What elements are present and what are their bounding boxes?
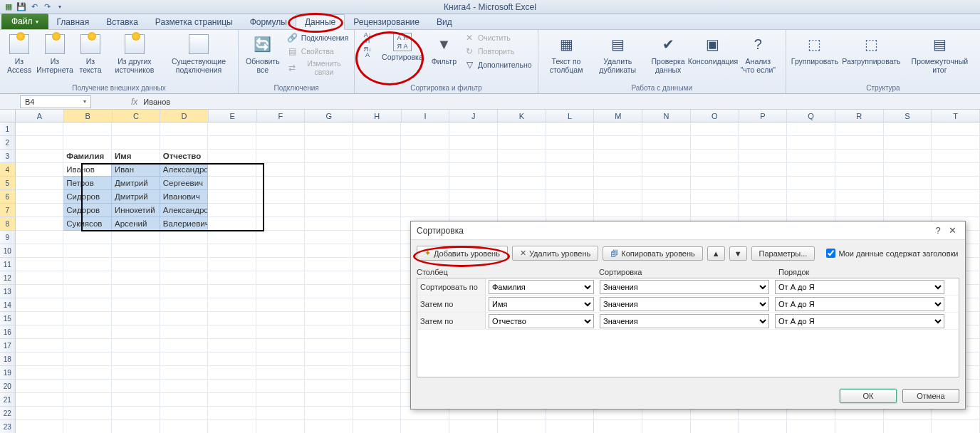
cell[interactable] (787, 163, 835, 177)
column-header-R[interactable]: R (835, 110, 884, 122)
column-header-O[interactable]: O (691, 110, 739, 122)
row-number[interactable]: 20 (0, 380, 16, 393)
cell[interactable] (305, 339, 353, 353)
cell[interactable] (256, 325, 305, 339)
cell[interactable] (160, 298, 209, 312)
cell[interactable]: Дмитрий (112, 177, 160, 190)
cell[interactable] (63, 285, 112, 298)
cell[interactable] (112, 366, 160, 380)
cell[interactable] (305, 217, 353, 231)
copy-level-button[interactable]: 🗐Копировать уровень (603, 246, 703, 261)
cell[interactable] (305, 380, 353, 393)
group-button[interactable]: ⬚Группировать (791, 31, 839, 67)
reapply-button[interactable]: ↻Повторить (462, 45, 533, 58)
sort-order-select[interactable]: От А до Я (775, 314, 944, 328)
cell[interactable] (835, 177, 884, 190)
cell[interactable] (449, 150, 498, 163)
cell[interactable] (739, 177, 787, 190)
cell[interactable] (305, 353, 353, 366)
cell[interactable] (594, 150, 642, 163)
cell[interactable] (498, 122, 546, 136)
sort-za-button[interactable]: Я↓А (359, 46, 376, 58)
cell[interactable] (16, 407, 64, 420)
cell[interactable] (353, 122, 402, 136)
cell[interactable] (208, 339, 256, 353)
cell[interactable] (401, 177, 449, 190)
cell[interactable] (256, 217, 305, 231)
text-to-columns-button[interactable]: ▦Текст по столбцам (543, 31, 590, 75)
cell[interactable] (112, 258, 160, 271)
row-number[interactable]: 16 (0, 325, 16, 339)
cell[interactable] (305, 190, 353, 204)
cell[interactable] (208, 380, 256, 393)
column-header-B[interactable]: B (64, 110, 113, 122)
cell[interactable] (160, 312, 209, 325)
row-number[interactable]: 13 (0, 285, 16, 298)
cell[interactable] (160, 339, 209, 353)
row-number[interactable]: 11 (0, 258, 16, 271)
cell[interactable] (16, 353, 64, 366)
sort-order-select[interactable]: От А до Я (775, 297, 944, 311)
undo-icon[interactable]: ↶ (28, 1, 40, 13)
cell[interactable] (401, 163, 449, 177)
refresh-all-button[interactable]: 🔄Обновить все (243, 31, 283, 75)
cell[interactable] (787, 177, 835, 190)
row-number[interactable]: 15 (0, 312, 16, 325)
cell[interactable] (16, 177, 64, 190)
cell[interactable] (835, 122, 884, 136)
cell[interactable] (112, 244, 160, 258)
tab-home[interactable]: Главная (48, 15, 98, 29)
cell[interactable] (112, 136, 160, 150)
cell[interactable] (256, 204, 305, 217)
cell[interactable] (160, 325, 209, 339)
cell[interactable] (112, 271, 160, 285)
cell[interactable] (256, 190, 305, 204)
delete-level-button[interactable]: ✕Удалить уровень (512, 246, 598, 261)
tab-review[interactable]: Рецензирование (345, 15, 428, 29)
from-text-button[interactable]: Из текста (75, 31, 105, 75)
cell[interactable] (160, 353, 209, 366)
row-number[interactable]: 5 (0, 177, 16, 190)
cell[interactable] (256, 177, 305, 190)
cell[interactable]: Валериевич (160, 217, 209, 231)
column-header-E[interactable]: E (209, 110, 257, 122)
has-headers-input[interactable] (826, 249, 835, 258)
row-number[interactable]: 21 (0, 393, 16, 407)
cell[interactable] (305, 420, 353, 433)
cell[interactable] (498, 136, 546, 150)
cell[interactable] (739, 122, 787, 136)
cell[interactable] (691, 420, 739, 433)
cell[interactable] (884, 177, 932, 190)
cell[interactable] (353, 258, 402, 271)
cell[interactable] (16, 122, 64, 136)
cell[interactable] (208, 325, 256, 339)
cell[interactable] (112, 393, 160, 407)
cell[interactable] (835, 163, 884, 177)
cell[interactable] (256, 285, 305, 298)
cell[interactable]: Отчество (160, 150, 209, 163)
cell[interactable] (208, 407, 256, 420)
cell[interactable] (498, 177, 546, 190)
column-header-C[interactable]: C (113, 110, 161, 122)
cell[interactable] (546, 150, 595, 163)
cell[interactable] (208, 258, 256, 271)
cell[interactable] (256, 393, 305, 407)
tab-file[interactable]: Файл ▾ (1, 14, 48, 29)
row-number[interactable]: 17 (0, 339, 16, 353)
redo-icon[interactable]: ↷ (41, 1, 53, 13)
cell[interactable] (256, 244, 305, 258)
cell[interactable]: Александрович (160, 204, 209, 217)
cell[interactable] (835, 204, 884, 217)
cell[interactable] (208, 150, 256, 163)
cell[interactable] (16, 163, 64, 177)
properties-button[interactable]: ▤Свойства (286, 45, 350, 58)
cell[interactable] (256, 150, 305, 163)
cell[interactable]: Имя (112, 150, 160, 163)
cell[interactable] (305, 244, 353, 258)
sort-az-button[interactable]: А↓Я (359, 31, 376, 44)
column-header-F[interactable]: F (257, 110, 306, 122)
sort-sort_on-select[interactable]: Значения (600, 297, 769, 311)
sort-options-button[interactable]: Параметры... (751, 246, 815, 261)
cell[interactable] (208, 271, 256, 285)
cell[interactable] (884, 204, 932, 217)
